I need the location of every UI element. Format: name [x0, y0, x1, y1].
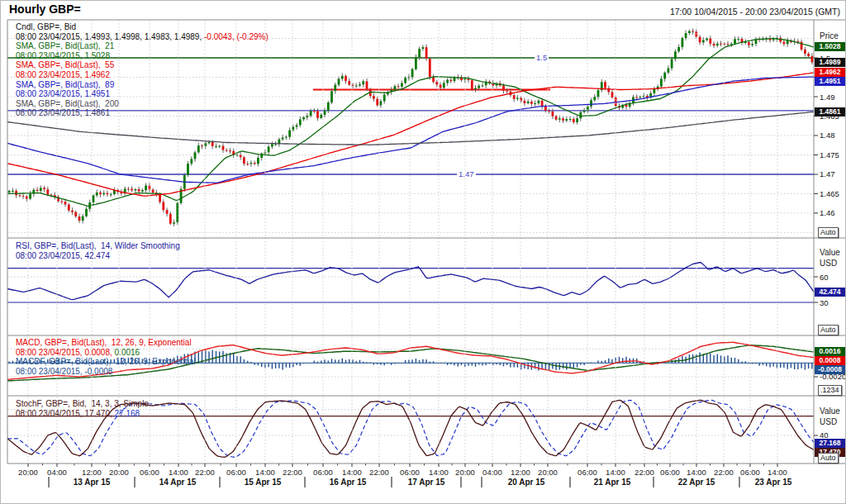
- xaxis-time-label: 22:00: [363, 468, 396, 477]
- time-range-label: 17:00 10/04/2015 - 20:00 23/04/2015 (GMT…: [670, 7, 840, 17]
- axis-price-badge: -0.0008: [815, 365, 845, 374]
- legend-text: -0.0043, (-0.29%): [202, 32, 269, 41]
- xaxis-date-label: 21 Apr 15: [583, 478, 641, 487]
- legend-text: 0.0016: [112, 348, 140, 357]
- legend-text: 08:00 23/04/2015, 1.4861: [16, 108, 110, 117]
- axis-price-badge: 1.4962: [815, 68, 845, 77]
- xaxis-time-label: 14:00: [761, 468, 794, 477]
- axis-price-badge: 1.4989: [815, 58, 845, 67]
- legend-text: StochF, GBP=, Bid, 14, 3, 3, Simple: [16, 399, 149, 408]
- legend-text: 08:00 23/04/2015, 1.5028: [16, 51, 110, 60]
- chart-title: Hourly GBP=: [9, 2, 81, 16]
- price-legend-line: Cndl, GBP=, Bid: [16, 22, 76, 32]
- axis-price-badge: 42.474: [815, 288, 845, 297]
- macd-legend-line: 08:00 23/04/2015, 0.0008, 0.0016: [16, 348, 140, 358]
- legend-text: MACDF, GBP=, Bid(Last), 12, 26, 9, Expon…: [16, 357, 196, 366]
- xaxis-date-label: 13 Apr 15: [63, 478, 121, 487]
- legend-text: SMA, GBP=, Bid(Last), 21: [16, 41, 114, 50]
- legend-text: 27.168: [112, 409, 140, 418]
- xaxis-time-label: 20:00: [531, 468, 564, 477]
- xaxis-date-label: 20 Apr 15: [497, 478, 555, 487]
- axis-price-badge: 1.5028: [815, 42, 845, 51]
- xaxis-date-label: 14 Apr 15: [149, 478, 207, 487]
- price-legend-line: 08:00 23/04/2015, 1.4993, 1.4998, 1.4983…: [16, 32, 269, 42]
- axis-tick-label: 1.47: [820, 169, 835, 178]
- macd-legend-line: MACDF, GBP=, Bid(Last), 12, 26, 9, Expon…: [16, 357, 196, 367]
- legend-text: 08:00 23/04/2015, 1.4951: [16, 89, 110, 98]
- axis-tick-label: 1.46: [820, 208, 835, 217]
- chart-window: Hourly GBP= 17:00 10/04/2015 - 20:00 23/…: [0, 0, 846, 504]
- axis-tick-label: 1.49: [820, 93, 835, 102]
- axis-tick-label: 1.465: [820, 189, 839, 198]
- xaxis-date-label: 23 Apr 15: [744, 478, 802, 487]
- stoch-legend-line: 08:00 23/04/2015, 17.470, 27.168: [16, 409, 140, 419]
- price-legend-line: 08:00 23/04/2015, 1.4951: [16, 89, 110, 99]
- xaxis-date-label: 17 Apr 15: [397, 478, 455, 487]
- legend-text: 08:00 23/04/2015, 0.0008,: [16, 348, 112, 357]
- axis-price-badge: 27.168: [815, 439, 845, 448]
- price-legend-line: 08:00 23/04/2015, 1.4962: [16, 70, 110, 80]
- axis-unit-label: Value: [820, 248, 840, 257]
- price-legend-line: SMA, GBP=, Bid(Last), 89: [16, 80, 114, 90]
- legend-text: MACD, GBP=, Bid(Last), 12, 26, 9, Expone…: [16, 338, 192, 347]
- axis-tick-label: 1.475: [820, 150, 839, 159]
- legend-text: SMA, GBP=, Bid(Last), 55: [16, 60, 114, 69]
- axis-unit-label: USD: [820, 259, 837, 268]
- axis-unit-label: Value: [820, 407, 840, 416]
- xaxis-date-label: 16 Apr 15: [319, 478, 377, 487]
- legend-text: 08:00 23/04/2015, 1.4993, 1.4998, 1.4983…: [16, 32, 202, 41]
- axis-tick-label: 60: [820, 273, 829, 282]
- axis-tick-label: 1.48: [820, 131, 835, 140]
- price-legend-line: 08:00 23/04/2015, 1.5028: [16, 51, 110, 61]
- xaxis-time-label: 20:00: [102, 468, 135, 477]
- xaxis-date-label: 15 Apr 15: [234, 478, 292, 487]
- xaxis-time-label: 22:00: [276, 468, 309, 477]
- price-legend-line: SMA, GBP=, Bid(Last), 200: [16, 99, 119, 109]
- legend-text: 08:00 23/04/2015, 42.474: [16, 251, 110, 260]
- axis-price-badge: 1.4951: [815, 77, 845, 86]
- rsi-legend-line: 08:00 23/04/2015, 42.474: [16, 251, 110, 261]
- stoch-scale-button[interactable]: Auto: [818, 453, 839, 464]
- rsi-scale-button[interactable]: Auto: [818, 325, 839, 335]
- xaxis-time-label: 06:00: [133, 468, 166, 477]
- rsi-legend-line: RSI, GBP=, Bid(Last), 14, Wilder Smoothi…: [16, 241, 180, 251]
- chart-overlays: Hourly GBP= 17:00 10/04/2015 - 20:00 23/…: [1, 1, 846, 504]
- price-legend-line: 08:00 23/04/2015, 1.4861: [16, 108, 110, 118]
- xaxis-time-label: 06:00: [307, 468, 340, 477]
- stoch-legend-line: StochF, GBP=, Bid, 14, 3, 3, Simple: [16, 399, 149, 409]
- legend-text: 08:00 23/04/2015, 17.470,: [16, 409, 112, 418]
- xaxis-time-label: 14:00: [599, 468, 632, 477]
- legend-text: RSI, GBP=, Bid(Last), 14, Wilder Smoothi…: [16, 241, 180, 250]
- macd-scale-button[interactable]: .1234: [818, 385, 842, 396]
- axis-price-badge: 0.0016: [815, 347, 845, 356]
- level-line-label: 1.5: [535, 53, 549, 62]
- xaxis-time-label: 04:00: [40, 468, 74, 477]
- price-scale-button[interactable]: Auto: [818, 227, 839, 238]
- axis-unit-label: USD: [820, 417, 837, 426]
- xaxis-time-label: 06:00: [220, 468, 253, 477]
- price-legend-line: SMA, GBP=, Bid(Last), 21: [16, 41, 114, 51]
- axis-price-badge: 1.4861: [815, 107, 845, 116]
- xaxis-date-label: 22 Apr 15: [668, 478, 725, 487]
- legend-text: 08:00 23/04/2015, 1.4962: [16, 70, 110, 79]
- macd-legend-line: MACD, GBP=, Bid(Last), 12, 26, 9, Expone…: [16, 338, 192, 348]
- xaxis-time-label: 06:00: [393, 468, 426, 477]
- level-line-label: 1.47: [457, 169, 476, 178]
- axis-tick-label: 30: [820, 298, 829, 307]
- legend-text: Cndl, GBP=, Bid: [16, 22, 76, 31]
- xaxis-time-label: 20:00: [12, 468, 45, 477]
- axis-unit-label: Price: [820, 31, 839, 40]
- macd-legend-line: 08:00 23/04/2015, -0.0008: [16, 367, 112, 377]
- price-legend-line: SMA, GBP=, Bid(Last), 55: [16, 60, 114, 70]
- legend-text: SMA, GBP=, Bid(Last), 89: [16, 80, 114, 89]
- xaxis-time-label: 22:00: [188, 468, 221, 477]
- axis-price-badge: 0.0008: [815, 356, 845, 365]
- legend-text: SMA, GBP=, Bid(Last), 200: [16, 99, 119, 108]
- legend-text: 08:00 23/04/2015, -0.0008: [16, 367, 112, 376]
